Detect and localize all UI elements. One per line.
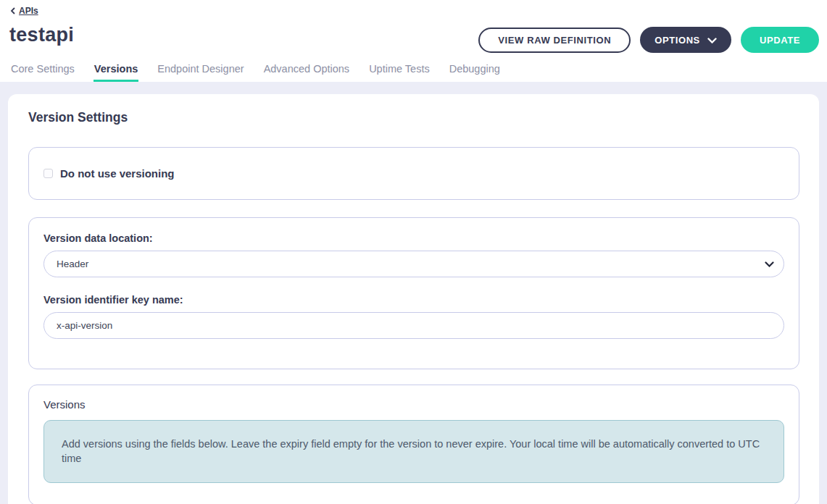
page-header: APIs testapi VIEW RAW DEFINITION OPTIONS… [0,0,827,82]
breadcrumb-apis-link[interactable]: APIs [10,6,38,16]
tab-advanced-options[interactable]: Advanced Options [263,63,351,82]
version-key-name-label: Version identifier key name: [43,294,784,306]
tab-uptime-tests[interactable]: Uptime Tests [368,63,431,82]
version-fields-panel: Version data location: Header Version id… [28,217,799,369]
api-tab-bar: Core Settings Versions Endpoint Designer… [10,63,501,82]
do-not-use-versioning-label[interactable]: Do not use versioning [60,167,175,180]
versions-section-title: Versions [43,398,784,411]
versions-info-text: Add versions using the fields below. Lea… [62,438,760,464]
tab-core-settings[interactable]: Core Settings [10,63,75,82]
options-button-label: OPTIONS [654,35,700,46]
versions-panel: Versions Add versions using the fields b… [28,385,799,504]
version-data-location-label: Version data location: [43,232,784,244]
version-data-location-select[interactable]: Header [43,251,784,277]
chevron-down-icon [707,35,717,46]
tab-debugging[interactable]: Debugging [449,63,501,82]
version-data-location-value: Header [57,259,88,269]
view-raw-definition-button[interactable]: VIEW RAW DEFINITION [478,28,631,53]
chevron-down-icon [765,261,774,267]
version-settings-card: Version Settings Do not use versioning V… [8,94,819,504]
api-title: testapi [9,24,74,46]
chevron-left-icon [10,7,16,14]
versions-info-banner: Add versions using the fields below. Lea… [43,420,784,483]
header-actions: VIEW RAW DEFINITION OPTIONS UPDATE [478,27,819,53]
content-area: Version Settings Do not use versioning V… [0,82,827,504]
versioning-toggle-panel: Do not use versioning [28,147,799,200]
tab-endpoint-designer[interactable]: Endpoint Designer [157,63,244,82]
version-settings-heading: Version Settings [28,110,799,125]
version-key-name-input[interactable] [43,312,784,339]
options-button[interactable]: OPTIONS [640,27,731,53]
do-not-use-versioning-checkbox[interactable] [43,169,53,178]
tab-versions[interactable]: Versions [93,63,138,82]
breadcrumb-label: APIs [19,6,38,16]
update-button[interactable]: UPDATE [741,27,819,53]
